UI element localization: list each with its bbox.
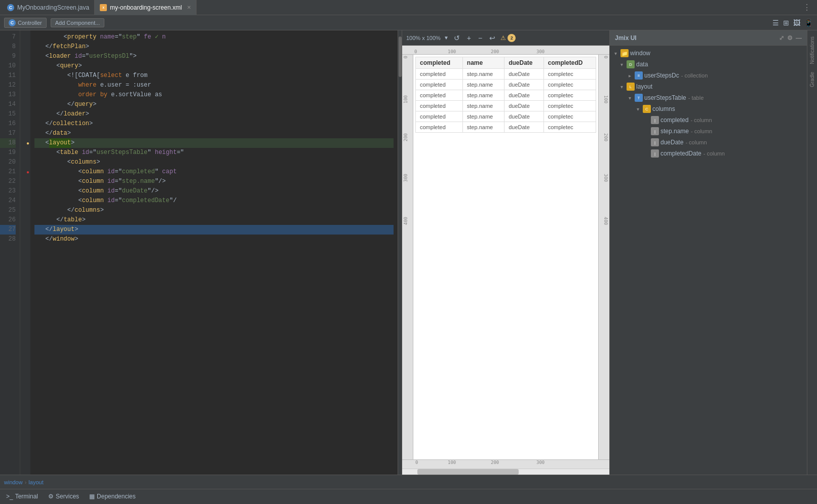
- code-line-7: <property name="step" fe ✓ n: [34, 32, 394, 42]
- chevron-down-icon: ▾: [634, 105, 641, 112]
- preview-scrollbar-h[interactable]: [402, 469, 609, 475]
- jmix-tree: ▾ 📁 window ▾ D data ▸ ≡ userStepsDc - co…: [610, 46, 807, 475]
- add-component-label: Add Component...: [55, 20, 100, 26]
- panel-settings-icon[interactable]: ⚙: [787, 34, 793, 42]
- line18-warning-icon: ●: [26, 140, 29, 146]
- tab-xml-label: my-onboarding-screen.xml: [110, 4, 182, 11]
- window-folder-icon: 📁: [620, 49, 629, 57]
- preview-toolbar: 100% x 100% ▼ ↺ + − ↩ ⚠ 2: [402, 30, 609, 46]
- terminal-tab[interactable]: >_ Terminal: [4, 489, 40, 504]
- code-line-27: </layout>: [34, 225, 394, 235]
- tree-stepname-label: step.name: [660, 128, 689, 135]
- status-bar: window › layout: [0, 475, 817, 489]
- tree-duedate-type: - column: [685, 139, 707, 145]
- preview-row-5: completed step.name dueDate completec: [416, 111, 596, 122]
- tree-item-completed-col[interactable]: | completed - column: [610, 114, 807, 126]
- tree-item-columns[interactable]: ▾ C columns: [610, 103, 807, 114]
- code-editor[interactable]: <property name="step" fe ✓ n </fetchPlan…: [30, 30, 398, 475]
- java-file-icon: C: [7, 4, 14, 11]
- dependencies-tab[interactable]: ▦ Dependencies: [87, 489, 138, 504]
- tree-item-window[interactable]: ▾ 📁 window: [610, 48, 807, 59]
- column-icon: |: [651, 116, 659, 124]
- tree-item-userstepstable[interactable]: ▾ T userStepsTable - table: [610, 92, 807, 103]
- tab-close-icon[interactable]: ✕: [187, 5, 191, 10]
- preview-table-area: completed name dueDate completedD comple…: [413, 55, 598, 459]
- column-icon: |: [651, 149, 659, 158]
- xml-file-icon: x: [100, 4, 107, 11]
- tree-window-label: window: [630, 50, 650, 57]
- tab-more-button[interactable]: ⋮: [799, 3, 815, 12]
- tree-item-stepname-col[interactable]: | step.name - column: [610, 126, 807, 137]
- code-line-24: <column id="completedDate"/: [34, 196, 394, 206]
- code-line-20: <columns>: [34, 158, 394, 167]
- terminal-icon: >_: [6, 493, 13, 500]
- tree-item-duedate-col[interactable]: | dueDate - column: [610, 137, 807, 148]
- tree-item-completeddate-col[interactable]: | completedDate - column: [610, 148, 807, 159]
- jmix-panel-title: Jmix UI: [615, 34, 637, 42]
- breadcrumb-window[interactable]: window: [4, 479, 23, 485]
- image-icon[interactable]: 🖼: [793, 19, 800, 27]
- code-line-28: </window>: [34, 235, 394, 244]
- jmix-panel-header-icons: ⤢ ⚙ —: [779, 34, 802, 42]
- grid-icon[interactable]: ☰: [772, 19, 779, 27]
- breadcrumb-sep: ›: [25, 479, 27, 485]
- undo-icon[interactable]: ↩: [487, 33, 497, 43]
- chevron-down-icon: ▾: [626, 94, 633, 101]
- tree-stepname-type: - column: [691, 128, 712, 134]
- preview-table: completed name dueDate completedD comple…: [415, 57, 596, 133]
- ruler-right: 0 100 200 300 400: [598, 55, 609, 459]
- ruler-top: 0 100 200 300: [402, 46, 609, 55]
- tree-userstepsdc-label: userStepsDc: [644, 72, 679, 79]
- code-line-9: <loader id="userStepsDl">: [34, 52, 394, 61]
- tree-duedate-label: dueDate: [660, 139, 683, 146]
- code-line-18: <layout>: [34, 138, 394, 148]
- phone-icon[interactable]: 📱: [804, 19, 813, 27]
- services-tab[interactable]: ⚙ Services: [46, 489, 81, 504]
- zoom-in-icon[interactable]: +: [465, 33, 473, 43]
- editor-scrollbar[interactable]: [398, 30, 402, 475]
- table-view-icon[interactable]: ⊞: [783, 19, 789, 27]
- panel-expand-icon[interactable]: ⤢: [779, 34, 784, 42]
- tab-java-label: MyOnboardingScreen.java: [17, 4, 89, 11]
- preview-col-completed: completed: [416, 57, 463, 69]
- line21-error-icon: ●: [26, 169, 29, 175]
- breadcrumb-layout[interactable]: layout: [28, 479, 43, 485]
- code-line-23: <column id="dueDate"/>: [34, 186, 394, 196]
- controller-icon: C: [9, 19, 16, 26]
- tree-item-layout[interactable]: ▾ L layout: [610, 81, 807, 92]
- gutter: ● ●: [20, 30, 30, 475]
- services-icon: ⚙: [48, 493, 54, 500]
- code-line-12: where e.user = :user: [34, 81, 394, 90]
- code-line-21: <column id="completed" capt: [34, 167, 394, 177]
- add-component-button[interactable]: Add Component...: [51, 18, 105, 27]
- refresh-icon[interactable]: ↺: [452, 33, 462, 43]
- notifications-tab[interactable]: Notifications: [808, 32, 816, 68]
- dependencies-icon: ▦: [89, 493, 95, 500]
- line-numbers: 7 8 9 10 11 12 13 14 15 16 17 18 19 20 2…: [0, 30, 20, 475]
- warning-icon: ⚠: [500, 34, 506, 42]
- tab-xml[interactable]: x my-onboarding-screen.xml ✕: [95, 0, 197, 15]
- code-line-13: order by e.sortValue as: [34, 90, 394, 100]
- chevron-down-icon: ▾: [618, 61, 625, 68]
- code-line-11: <![CDATA[select e from: [34, 71, 394, 81]
- code-line-22: <column id="step.name"/>: [34, 177, 394, 186]
- spacer: [642, 117, 649, 124]
- tree-item-userstepsdc[interactable]: ▸ ≡ userStepsDc - collection: [610, 70, 807, 81]
- tree-userstepstable-label: userStepsTable: [644, 94, 686, 101]
- layout-folder-icon: L: [627, 83, 635, 91]
- tree-item-data[interactable]: ▾ D data: [610, 59, 807, 70]
- column-icon: |: [651, 138, 659, 146]
- controller-button[interactable]: C Controller: [4, 18, 47, 28]
- panel-minimize-icon[interactable]: —: [796, 34, 802, 42]
- zoom-out-icon[interactable]: −: [476, 33, 484, 43]
- tab-java[interactable]: C MyOnboardingScreen.java: [2, 0, 95, 15]
- gradle-tab[interactable]: Gradle: [808, 68, 816, 91]
- code-line-10: <query>: [34, 61, 394, 71]
- ruler-bottom: 0 100 200 300: [402, 459, 609, 469]
- code-line-17: </data>: [34, 129, 394, 138]
- code-line-25: </columns>: [34, 206, 394, 215]
- tree-data-label: data: [636, 61, 648, 68]
- zoom-dropdown-icon[interactable]: ▼: [444, 35, 449, 41]
- preview-col-duedate: dueDate: [504, 57, 544, 69]
- code-line-15: </loader>: [34, 109, 394, 119]
